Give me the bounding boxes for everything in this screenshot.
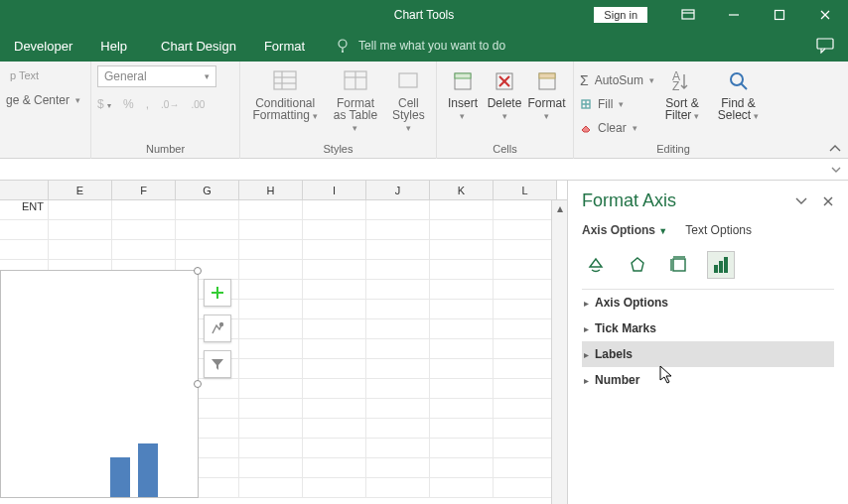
number-format-select[interactable]: General▾ <box>97 65 216 87</box>
format-table-icon <box>343 67 368 95</box>
pane-close-button[interactable] <box>822 195 834 207</box>
svg-rect-40 <box>719 261 723 273</box>
worksheet-grid[interactable]: E F G H I J K L ENT <box>0 181 567 504</box>
group-label-editing: Editing <box>580 143 767 157</box>
col-header-j[interactable]: J <box>366 181 430 199</box>
pane-title: Format Axis <box>582 190 676 211</box>
clear-button[interactable]: Clear ▾ <box>580 117 654 139</box>
fill-line-icon[interactable] <box>582 251 610 279</box>
svg-point-6 <box>339 40 347 48</box>
increase-decimal-button[interactable]: .0→ <box>161 99 179 110</box>
sign-in-button[interactable]: Sign in <box>594 7 647 23</box>
svg-text:Z: Z <box>672 79 679 92</box>
delete-cells-button[interactable]: Delete▾ <box>485 65 524 124</box>
svg-line-29 <box>741 83 747 89</box>
title-bar: Chart Tools Sign in <box>0 0 848 30</box>
resize-handle[interactable] <box>194 267 202 275</box>
tab-developer[interactable]: Developer <box>0 30 86 62</box>
autosum-button[interactable]: Σ AutoSum ▾ <box>580 69 654 91</box>
maximize-button[interactable] <box>757 0 802 30</box>
chart-bars <box>110 443 158 497</box>
find-select-button[interactable]: Find & Select ▾ <box>710 65 767 124</box>
col-header[interactable] <box>0 181 49 199</box>
insert-cells-button[interactable]: Insert▾ <box>443 65 483 124</box>
axis-options-icon[interactable] <box>707 251 735 279</box>
comma-format-button[interactable]: , <box>146 97 149 111</box>
effects-icon[interactable] <box>624 251 651 279</box>
vertical-scrollbar[interactable]: ▴ <box>551 200 567 504</box>
insert-icon <box>452 67 474 95</box>
tab-help[interactable]: Help <box>86 30 141 62</box>
svg-rect-3 <box>776 11 784 20</box>
accounting-format-button[interactable]: $ ▾ <box>97 97 111 111</box>
svg-rect-10 <box>274 71 296 89</box>
cell-text[interactable]: ENT <box>0 200 49 219</box>
expand-formula-bar-button[interactable] <box>830 164 842 176</box>
group-label-number: Number <box>97 143 233 157</box>
conditional-formatting-button[interactable]: Conditional Formatting ▾ <box>246 65 324 124</box>
sort-filter-button[interactable]: AZ Sort & Filter ▾ <box>656 65 708 124</box>
group-label-styles: Styles <box>246 143 430 157</box>
fill-button[interactable]: Fill ▾ <box>580 93 654 115</box>
collapse-ribbon-button[interactable] <box>828 144 842 154</box>
svg-point-8 <box>343 52 344 53</box>
section-tick-marks[interactable]: ▸ Tick Marks <box>582 315 834 341</box>
format-as-table-button[interactable]: Format as Table ▾ <box>326 65 384 136</box>
svg-marker-35 <box>632 258 643 271</box>
chart-filters-button[interactable] <box>204 350 231 378</box>
svg-rect-0 <box>682 10 694 19</box>
feedback-icon[interactable] <box>816 38 834 54</box>
chart-elements-button[interactable] <box>204 279 231 307</box>
chevron-right-icon: ▸ <box>584 298 589 309</box>
tab-format[interactable]: Format <box>250 30 319 62</box>
group-label-cells: Cells <box>443 143 567 157</box>
cell-styles-button[interactable]: Cell Styles ▾ <box>387 65 430 136</box>
format-icon <box>536 67 558 95</box>
wrap-text-button[interactable]: p Text <box>6 65 43 85</box>
col-header-g[interactable]: G <box>176 181 239 199</box>
chart-tools-context-label: Chart Tools <box>394 8 454 22</box>
merge-center-button[interactable]: ge & Center ▾ <box>6 89 80 111</box>
sort-filter-icon: AZ <box>670 67 694 95</box>
col-header-l[interactable]: L <box>494 181 557 199</box>
chevron-right-icon: ▸ <box>584 349 589 360</box>
chart-styles-button[interactable] <box>204 315 231 342</box>
format-axis-pane: Format Axis Axis Options ▼ Text Options … <box>567 181 848 504</box>
formula-bar[interactable] <box>0 159 848 181</box>
chevron-right-icon: ▸ <box>584 323 589 334</box>
svg-rect-36 <box>673 259 685 271</box>
percent-format-button[interactable]: % <box>123 97 134 111</box>
minimize-button[interactable] <box>711 0 757 30</box>
col-header-e[interactable]: E <box>49 181 112 199</box>
bar <box>110 457 130 498</box>
format-cells-button[interactable]: Format▾ <box>526 65 567 124</box>
ribbon-display-options-button[interactable] <box>665 0 711 30</box>
svg-point-32 <box>220 323 223 326</box>
column-headers[interactable]: E F G H I J K L <box>0 181 567 200</box>
size-properties-icon[interactable] <box>665 251 693 279</box>
embedded-chart[interactable] <box>0 270 199 498</box>
col-header-h[interactable]: H <box>239 181 303 199</box>
scroll-up-button[interactable]: ▴ <box>552 200 567 216</box>
svg-rect-39 <box>714 265 718 273</box>
col-header-i[interactable]: I <box>303 181 366 199</box>
col-header-f[interactable]: F <box>112 181 176 199</box>
text-options-tab[interactable]: Text Options <box>685 223 752 237</box>
conditional-formatting-icon <box>272 67 298 95</box>
axis-options-tab[interactable]: Axis Options ▼ <box>582 223 667 237</box>
svg-rect-9 <box>817 39 833 49</box>
section-labels[interactable]: ▸ Labels <box>582 341 834 367</box>
chevron-right-icon: ▸ <box>584 375 589 386</box>
svg-rect-41 <box>724 257 728 273</box>
tell-me-search[interactable]: Tell me what you want to do <box>335 38 505 54</box>
col-header-k[interactable]: K <box>430 181 494 199</box>
pane-options-button[interactable] <box>794 195 808 207</box>
close-window-button[interactable] <box>802 0 848 30</box>
tab-chart-design[interactable]: Chart Design <box>147 30 250 62</box>
resize-handle[interactable] <box>194 380 202 388</box>
find-icon <box>727 67 751 95</box>
section-axis-options[interactable]: ▸ Axis Options <box>582 290 834 315</box>
decrease-decimal-button[interactable]: .00 <box>191 99 205 110</box>
ribbon-tabs: Developer Help Chart Design Format Tell … <box>0 30 848 62</box>
section-number[interactable]: ▸ Number <box>582 367 834 393</box>
